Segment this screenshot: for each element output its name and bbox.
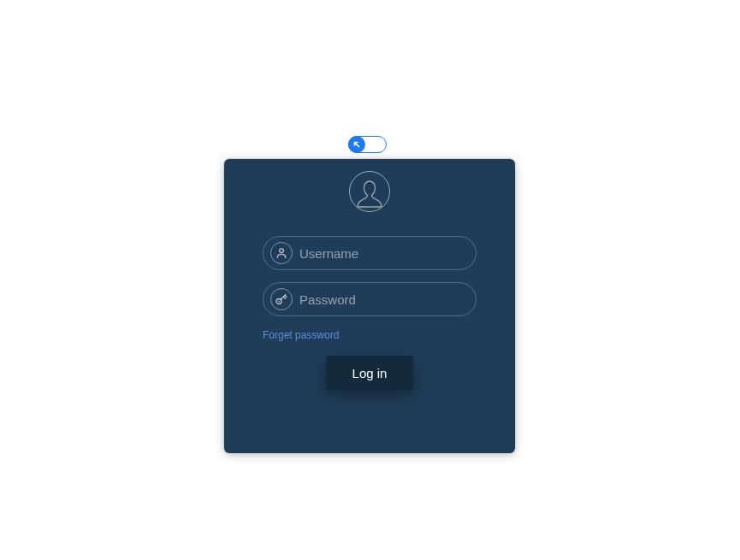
key-icon	[270, 288, 293, 310]
password-input[interactable]	[293, 292, 476, 307]
login-card: Forget password Log in	[224, 159, 515, 453]
svg-point-0	[280, 249, 284, 253]
username-field-wrapper	[263, 236, 477, 270]
toggle-knob	[348, 136, 365, 153]
password-field-wrapper	[263, 282, 477, 316]
forget-password-link[interactable]: Forget password	[263, 329, 339, 341]
arrow-up-left-icon	[352, 140, 361, 149]
forget-password-row: Forget password	[263, 327, 477, 342]
view-toggle[interactable]	[348, 136, 387, 153]
username-input[interactable]	[293, 246, 476, 261]
avatar-icon	[349, 171, 390, 212]
login-button[interactable]: Log in	[326, 356, 413, 390]
svg-point-2	[278, 301, 280, 303]
user-icon	[270, 242, 293, 264]
